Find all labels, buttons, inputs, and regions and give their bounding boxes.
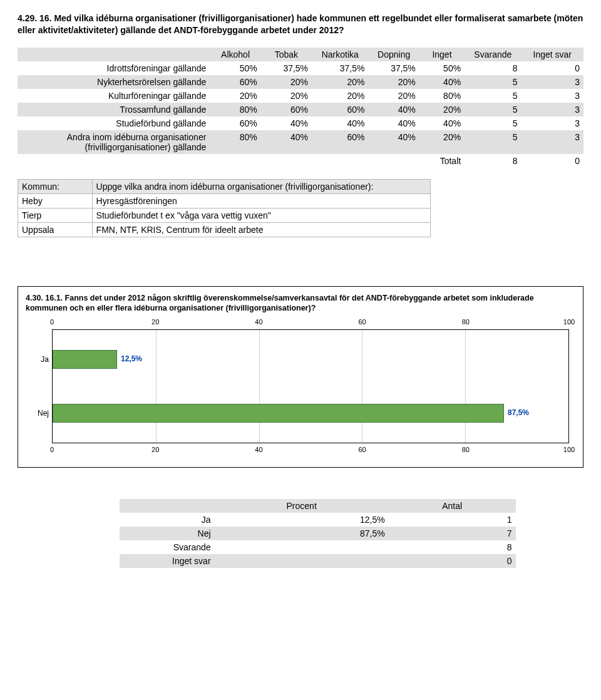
table-row: Trossamfund gällande 80% 60% 60% 40% 20%…	[18, 103, 583, 116]
chart-category-nej: Nej	[23, 409, 49, 418]
chart-axis-bottom: 0 20 40 60 80 100	[52, 446, 569, 456]
col-procent: Procent	[215, 499, 389, 513]
row-label: Nykterhetsrörelsen gällande	[18, 75, 210, 89]
table-header-row: Alkohol Tobak Narkotika Dopning Inget Sv…	[18, 48, 583, 61]
col-inget-svar: Inget svar	[521, 48, 583, 61]
question-1-table: Alkohol Tobak Narkotika Dopning Inget Sv…	[18, 48, 583, 168]
chart-bar-nej	[53, 404, 504, 423]
chart-bar-ja	[53, 350, 117, 369]
question-2-title: 4.30. 16.1. Fanns det under 2012 någon s…	[26, 293, 575, 314]
table-row: Inget svar 0	[120, 554, 516, 568]
row-label: Idrottsföreningar gällande	[18, 61, 210, 75]
col-dopning: Dopning	[368, 48, 419, 61]
col-narkotika: Narkotika	[312, 48, 368, 61]
chart-axis-top: 0 20 40 60 80 100	[52, 318, 569, 328]
question-2-chart-block: 4.30. 16.1. Fanns det under 2012 någon s…	[18, 286, 583, 468]
table-row: Ja 12,5% 1	[120, 513, 516, 527]
chart-bar-label-nej: 87,5%	[508, 408, 529, 417]
freetext-table: Kommun: Uppge vilka andra inom idéburna …	[18, 179, 431, 237]
bar-chart: 0 20 40 60 80 100 Ja 12,5% Nej 87,5% 0 2…	[52, 318, 569, 462]
total-label: Totalt	[419, 154, 465, 168]
table-row: Nykterhetsrörelsen gällande 60% 20% 20% …	[18, 75, 583, 89]
summary-table: Procent Antal Ja 12,5% 1 Nej 87,5% 7 Sva…	[120, 499, 516, 568]
question-1-title: 4.29. 16. Med vilka idéburna organisatio…	[18, 13, 583, 36]
chart-bar-label-ja: 12,5%	[121, 354, 142, 363]
row-label: Andra inom idéburna organisationer (friv…	[18, 130, 210, 154]
table-row: Andra inom idéburna organisationer (friv…	[18, 130, 583, 154]
table-row: Uppsala FMN, NTF, KRIS, Centrum för idee…	[18, 222, 431, 237]
table-row: Tierp Studieförbundet t ex "våga vara ve…	[18, 208, 431, 222]
table-row: Nej 87,5% 7	[120, 527, 516, 540]
col-prompt: Uppge vilka andra inom idéburna organisa…	[92, 179, 430, 193]
row-label: Studieförbund gällande	[18, 116, 210, 130]
col-svarande: Svarande	[465, 48, 521, 61]
col-inget: Inget	[419, 48, 465, 61]
chart-plot-area: Ja 12,5% Nej 87,5%	[52, 329, 569, 443]
chart-category-ja: Ja	[23, 355, 49, 364]
col-tobak: Tobak	[261, 48, 312, 61]
table-row: Kulturföreningar gällande 20% 20% 20% 20…	[18, 89, 583, 103]
table-row: Studieförbund gällande 60% 40% 40% 40% 4…	[18, 116, 583, 130]
table-row: Svarande 8	[120, 540, 516, 554]
row-label: Kulturföreningar gällande	[18, 89, 210, 103]
col-kommun: Kommun:	[18, 179, 93, 193]
table-total-row: Totalt 8 0	[18, 154, 583, 168]
table-row: Heby Hyresgästföreningen	[18, 193, 431, 208]
col-alkohol: Alkohol	[210, 48, 260, 61]
row-label: Trossamfund gällande	[18, 103, 210, 116]
table-row: Idrottsföreningar gällande 50% 37,5% 37,…	[18, 61, 583, 75]
col-antal: Antal	[389, 499, 516, 513]
